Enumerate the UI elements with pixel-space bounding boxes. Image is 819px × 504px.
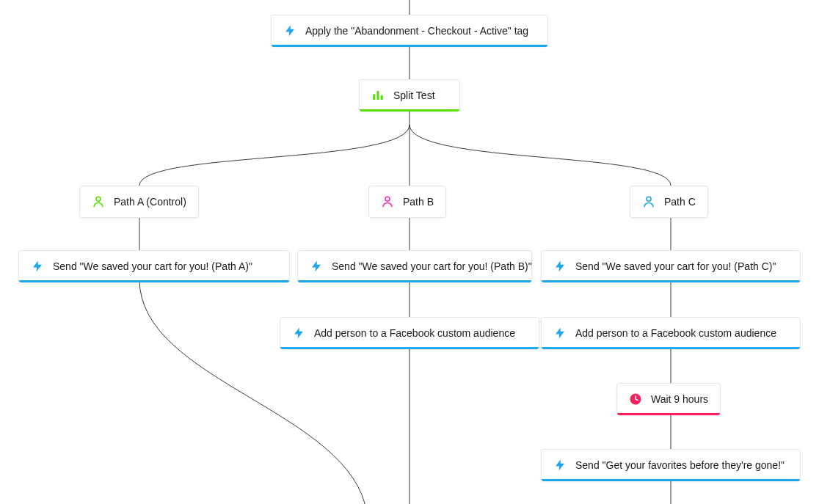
wait-node[interactable]: Wait 9 hours [616, 383, 721, 415]
person-icon [381, 195, 394, 208]
facebook-audience-b-label: Add person to a Facebook custom audience [314, 327, 515, 339]
lightning-icon [283, 24, 296, 37]
facebook-audience-c-node[interactable]: Add person to a Facebook custom audience [541, 317, 801, 349]
split-test-label: Split Test [393, 90, 435, 101]
path-b-node[interactable]: Path B [368, 186, 446, 218]
bar-chart-icon [371, 89, 385, 102]
svg-point-18 [647, 197, 651, 201]
send-favorites-label: Send "Get your favorites before they're … [575, 459, 785, 471]
path-c-label: Path C [664, 196, 696, 208]
apply-tag-node[interactable]: Apply the "Abandonment - Checkout - Acti… [271, 15, 548, 47]
svg-rect-13 [373, 95, 375, 101]
lightning-icon [31, 260, 44, 273]
send-path-c-label: Send "We saved your cart for you! (Path … [575, 260, 776, 272]
wait-label: Wait 9 hours [651, 393, 708, 405]
path-b-label: Path B [403, 196, 434, 208]
facebook-audience-b-node[interactable]: Add person to a Facebook custom audience [280, 317, 539, 349]
path-a-label: Path A (Control) [114, 196, 186, 208]
lightning-icon [553, 459, 567, 472]
apply-tag-label: Apply the "Abandonment - Checkout - Acti… [305, 25, 528, 37]
split-test-node[interactable]: Split Test [359, 79, 460, 112]
lightning-icon [553, 260, 567, 273]
send-favorites-node[interactable]: Send "Get your favorites before they're … [541, 449, 801, 481]
lightning-icon [553, 326, 567, 340]
send-path-c-node[interactable]: Send "We saved your cart for you! (Path … [541, 250, 801, 282]
send-path-a-label: Send "We saved your cart for you! (Path … [53, 260, 252, 272]
person-icon [92, 195, 105, 208]
svg-rect-14 [377, 91, 379, 100]
person-icon [642, 195, 655, 208]
svg-point-16 [96, 197, 101, 201]
svg-point-17 [385, 197, 390, 201]
facebook-audience-c-label: Add person to a Facebook custom audience [575, 327, 776, 339]
path-a-node[interactable]: Path A (Control) [79, 186, 199, 218]
lightning-icon [292, 326, 305, 340]
send-path-b-node[interactable]: Send "We saved your cart for you! (Path … [297, 250, 532, 282]
send-path-b-label: Send "We saved your cart for you! (Path … [332, 260, 532, 272]
clock-icon [629, 392, 642, 406]
send-path-a-node[interactable]: Send "We saved your cart for you! (Path … [18, 250, 290, 282]
lightning-icon [310, 260, 323, 273]
svg-rect-15 [381, 95, 383, 100]
path-c-node[interactable]: Path C [630, 186, 708, 218]
